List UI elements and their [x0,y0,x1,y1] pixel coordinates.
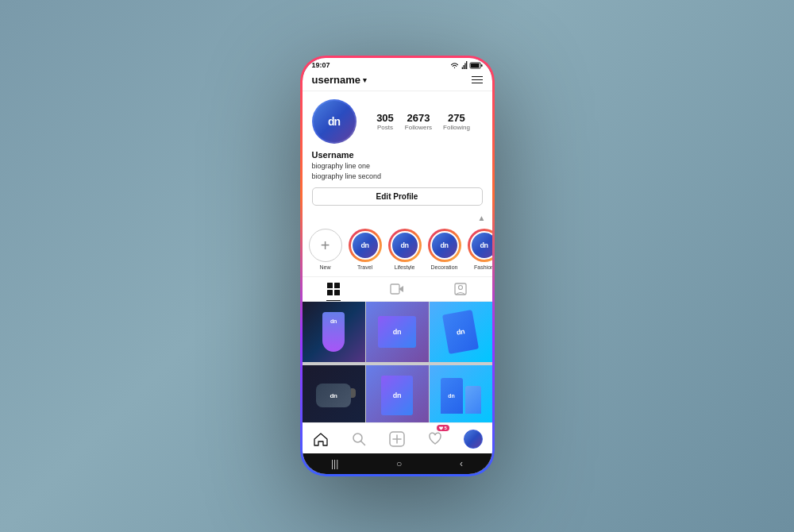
story-avatar-ring: dn [428,229,461,262]
android-menu-button[interactable]: ||| [331,458,338,469]
wifi-icon [450,62,459,69]
edit-profile-button[interactable]: Edit Profile [312,187,483,206]
signal-icon [461,61,468,69]
profile-top: dn 305 Posts 2673 Followers 275 Followin… [312,99,483,144]
phone-mockup: 19:07 [300,56,495,476]
photo-grid: dn dn dn [303,302,492,422]
story-lifestyle[interactable]: dn Lifestyle [388,229,422,270]
bio: biography line one biography line second [312,161,483,181]
nav-search[interactable] [348,428,370,450]
svg-line-16 [361,441,365,445]
posts-stat: 305 Posts [376,112,394,131]
home-icon [314,432,328,446]
nav-add[interactable] [386,428,408,450]
bio-line1: biography line one [312,161,483,172]
story-avatar-inner: dn [391,231,419,260]
story-label-lifestyle: Lifestyle [395,264,415,270]
grid-item-2[interactable]: dn [366,302,429,364]
story-avatar-inner: dn [430,231,459,260]
phone-screen: 19:07 [303,58,492,474]
following-count: 275 [448,112,465,124]
grid-item-5[interactable]: dn [366,365,429,422]
display-name: Username [312,150,483,160]
svg-rect-8 [334,283,340,288]
collapse-icon[interactable]: ▲ [478,214,486,222]
svg-rect-0 [461,67,462,70]
story-label-travel: Travel [357,264,372,270]
posts-label: Posts [377,124,393,131]
story-avatar-inner: dn [470,231,492,260]
add-icon [389,431,405,447]
heart-badge-icon [439,426,443,430]
avatar-ring: dn [312,99,357,144]
grid-item-1[interactable]: dn [303,302,365,364]
heart-icon [428,432,442,446]
grid-item-4[interactable]: dn [303,365,365,422]
search-icon [352,432,366,446]
bio-line2: biography line second [312,172,483,182]
story-avatar-inner: dn [351,231,380,260]
hamburger-line [472,79,483,81]
person-tag-icon [454,283,467,295]
story-label-fashion: Fashion [474,264,491,270]
profile-header: username [303,71,492,91]
profile-avatar-small [464,430,483,449]
status-icons [450,61,483,69]
story-decoration[interactable]: dn Decoration [428,229,461,270]
svg-rect-3 [466,61,467,69]
svg-rect-9 [327,290,333,295]
followers-label: Followers [405,124,432,131]
hamburger-line [472,76,483,78]
story-new-label: New [319,264,330,270]
story-fashion[interactable]: dn Fashion [468,229,492,270]
story-travel[interactable]: dn Travel [349,229,382,270]
story-avatar-ring: dn [349,229,382,262]
avatar[interactable]: dn [314,101,355,142]
plus-icon: + [321,237,330,253]
tab-tagged[interactable] [453,282,468,296]
username-dropdown[interactable]: username [312,74,367,86]
hamburger-line [472,83,483,84]
android-back-button[interactable]: ‹ [460,458,463,469]
profile-section: dn 305 Posts 2673 Followers 275 Followin… [303,91,492,212]
heart-badge-count: 5 [444,426,446,430]
grid-item-6[interactable]: dn [430,365,492,422]
following-stat[interactable]: 275 Following [443,112,470,131]
svg-rect-2 [464,64,465,70]
svg-rect-11 [391,284,399,294]
posts-count: 305 [376,112,394,124]
avatar-text: dn [328,115,340,128]
followers-stat[interactable]: 2673 Followers [405,112,432,131]
stats-row: 305 Posts 2673 Followers 275 Following [364,112,483,131]
stories-row: + New dn Travel dn Lifestyle [309,229,486,270]
grid-item-3[interactable]: dn [430,302,492,364]
svg-rect-7 [327,283,333,288]
android-navigation: ||| ○ ‹ [303,453,492,474]
content-tabs [303,277,492,302]
collapse-section: ▲ [303,212,492,224]
svg-point-14 [458,286,462,290]
story-avatar-ring: dn [388,229,422,262]
username-text: username [312,74,360,86]
nav-heart[interactable]: 5 [424,428,446,450]
new-story-item[interactable]: + New [309,229,342,270]
android-home-button[interactable]: ○ [396,458,402,469]
new-story-button[interactable]: + [309,229,342,262]
bottom-navigation: 5 [303,422,492,453]
tab-video[interactable] [390,282,404,296]
status-time: 19:07 [312,61,330,69]
heart-notification-badge: 5 [437,425,449,431]
nav-profile[interactable] [462,428,484,450]
tab-grid[interactable] [326,282,341,296]
video-icon [391,283,403,295]
status-bar: 19:07 [303,58,492,71]
profile-info: Username biography line one biography li… [312,150,483,181]
svg-rect-5 [480,64,482,67]
svg-rect-1 [463,65,464,69]
menu-button[interactable] [472,76,483,84]
svg-rect-10 [334,290,340,295]
story-label-decoration: Decoration [431,264,458,270]
following-label: Following [443,124,470,131]
photo-grid-section: dn dn dn [303,302,492,422]
nav-home[interactable] [310,428,332,450]
